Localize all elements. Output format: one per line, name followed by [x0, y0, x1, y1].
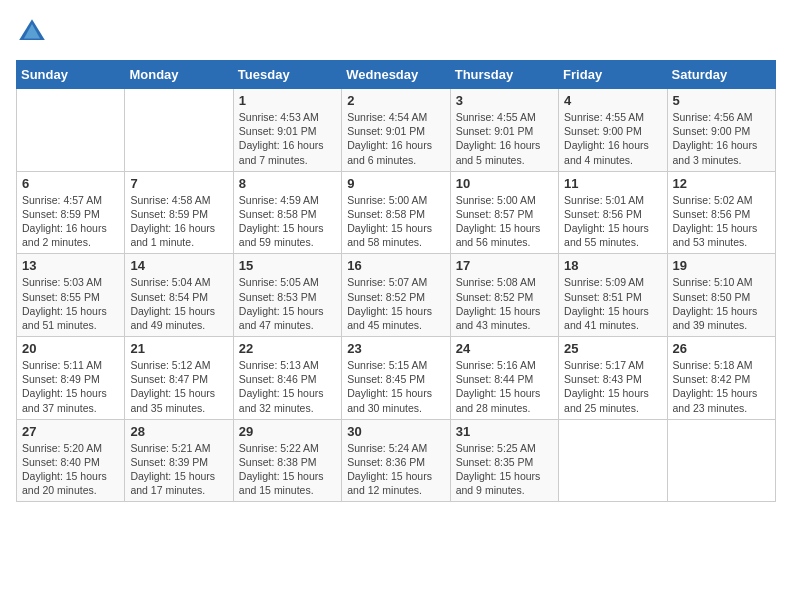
day-number: 11: [564, 176, 661, 191]
day-info: Sunrise: 4:58 AMSunset: 8:59 PMDaylight:…: [130, 193, 227, 250]
day-number: 20: [22, 341, 119, 356]
calendar-table: SundayMondayTuesdayWednesdayThursdayFrid…: [16, 60, 776, 502]
day-number: 21: [130, 341, 227, 356]
calendar-cell: 27Sunrise: 5:20 AMSunset: 8:40 PMDayligh…: [17, 419, 125, 502]
day-info: Sunrise: 5:05 AMSunset: 8:53 PMDaylight:…: [239, 275, 336, 332]
calendar-week-2: 6Sunrise: 4:57 AMSunset: 8:59 PMDaylight…: [17, 171, 776, 254]
calendar-week-3: 13Sunrise: 5:03 AMSunset: 8:55 PMDayligh…: [17, 254, 776, 337]
day-info: Sunrise: 5:25 AMSunset: 8:35 PMDaylight:…: [456, 441, 553, 498]
calendar-header-row: SundayMondayTuesdayWednesdayThursdayFrid…: [17, 61, 776, 89]
day-number: 5: [673, 93, 770, 108]
calendar-cell: 1Sunrise: 4:53 AMSunset: 9:01 PMDaylight…: [233, 89, 341, 172]
day-info: Sunrise: 5:16 AMSunset: 8:44 PMDaylight:…: [456, 358, 553, 415]
calendar-cell: [17, 89, 125, 172]
day-header-sunday: Sunday: [17, 61, 125, 89]
calendar-cell: [667, 419, 775, 502]
day-number: 23: [347, 341, 444, 356]
day-number: 24: [456, 341, 553, 356]
day-number: 13: [22, 258, 119, 273]
calendar-cell: 31Sunrise: 5:25 AMSunset: 8:35 PMDayligh…: [450, 419, 558, 502]
day-info: Sunrise: 5:03 AMSunset: 8:55 PMDaylight:…: [22, 275, 119, 332]
calendar-cell: 12Sunrise: 5:02 AMSunset: 8:56 PMDayligh…: [667, 171, 775, 254]
calendar-cell: 9Sunrise: 5:00 AMSunset: 8:58 PMDaylight…: [342, 171, 450, 254]
calendar-cell: 3Sunrise: 4:55 AMSunset: 9:01 PMDaylight…: [450, 89, 558, 172]
day-info: Sunrise: 4:53 AMSunset: 9:01 PMDaylight:…: [239, 110, 336, 167]
calendar-cell: 17Sunrise: 5:08 AMSunset: 8:52 PMDayligh…: [450, 254, 558, 337]
day-info: Sunrise: 5:15 AMSunset: 8:45 PMDaylight:…: [347, 358, 444, 415]
day-info: Sunrise: 5:21 AMSunset: 8:39 PMDaylight:…: [130, 441, 227, 498]
day-number: 22: [239, 341, 336, 356]
calendar-cell: 5Sunrise: 4:56 AMSunset: 9:00 PMDaylight…: [667, 89, 775, 172]
day-header-monday: Monday: [125, 61, 233, 89]
day-info: Sunrise: 5:11 AMSunset: 8:49 PMDaylight:…: [22, 358, 119, 415]
day-number: 1: [239, 93, 336, 108]
day-info: Sunrise: 5:07 AMSunset: 8:52 PMDaylight:…: [347, 275, 444, 332]
day-info: Sunrise: 4:56 AMSunset: 9:00 PMDaylight:…: [673, 110, 770, 167]
calendar-week-1: 1Sunrise: 4:53 AMSunset: 9:01 PMDaylight…: [17, 89, 776, 172]
day-info: Sunrise: 4:59 AMSunset: 8:58 PMDaylight:…: [239, 193, 336, 250]
day-info: Sunrise: 4:55 AMSunset: 9:00 PMDaylight:…: [564, 110, 661, 167]
calendar-cell: 18Sunrise: 5:09 AMSunset: 8:51 PMDayligh…: [559, 254, 667, 337]
day-info: Sunrise: 4:55 AMSunset: 9:01 PMDaylight:…: [456, 110, 553, 167]
calendar-cell: 8Sunrise: 4:59 AMSunset: 8:58 PMDaylight…: [233, 171, 341, 254]
calendar-cell: 26Sunrise: 5:18 AMSunset: 8:42 PMDayligh…: [667, 337, 775, 420]
day-number: 4: [564, 93, 661, 108]
day-info: Sunrise: 5:08 AMSunset: 8:52 PMDaylight:…: [456, 275, 553, 332]
calendar-cell: 23Sunrise: 5:15 AMSunset: 8:45 PMDayligh…: [342, 337, 450, 420]
calendar-cell: 2Sunrise: 4:54 AMSunset: 9:01 PMDaylight…: [342, 89, 450, 172]
day-number: 17: [456, 258, 553, 273]
day-number: 10: [456, 176, 553, 191]
day-number: 7: [130, 176, 227, 191]
day-number: 9: [347, 176, 444, 191]
day-number: 8: [239, 176, 336, 191]
day-number: 25: [564, 341, 661, 356]
day-number: 12: [673, 176, 770, 191]
day-number: 14: [130, 258, 227, 273]
day-number: 19: [673, 258, 770, 273]
day-info: Sunrise: 5:22 AMSunset: 8:38 PMDaylight:…: [239, 441, 336, 498]
day-number: 15: [239, 258, 336, 273]
calendar-cell: 15Sunrise: 5:05 AMSunset: 8:53 PMDayligh…: [233, 254, 341, 337]
day-info: Sunrise: 5:02 AMSunset: 8:56 PMDaylight:…: [673, 193, 770, 250]
day-number: 6: [22, 176, 119, 191]
calendar-cell: 11Sunrise: 5:01 AMSunset: 8:56 PMDayligh…: [559, 171, 667, 254]
calendar-cell: [125, 89, 233, 172]
day-info: Sunrise: 5:04 AMSunset: 8:54 PMDaylight:…: [130, 275, 227, 332]
day-header-tuesday: Tuesday: [233, 61, 341, 89]
day-info: Sunrise: 5:18 AMSunset: 8:42 PMDaylight:…: [673, 358, 770, 415]
day-info: Sunrise: 4:57 AMSunset: 8:59 PMDaylight:…: [22, 193, 119, 250]
day-info: Sunrise: 5:09 AMSunset: 8:51 PMDaylight:…: [564, 275, 661, 332]
day-number: 16: [347, 258, 444, 273]
day-number: 3: [456, 93, 553, 108]
day-info: Sunrise: 5:17 AMSunset: 8:43 PMDaylight:…: [564, 358, 661, 415]
day-info: Sunrise: 5:00 AMSunset: 8:57 PMDaylight:…: [456, 193, 553, 250]
calendar-cell: 7Sunrise: 4:58 AMSunset: 8:59 PMDaylight…: [125, 171, 233, 254]
day-info: Sunrise: 5:20 AMSunset: 8:40 PMDaylight:…: [22, 441, 119, 498]
calendar-cell: 30Sunrise: 5:24 AMSunset: 8:36 PMDayligh…: [342, 419, 450, 502]
day-header-friday: Friday: [559, 61, 667, 89]
day-header-wednesday: Wednesday: [342, 61, 450, 89]
day-info: Sunrise: 5:13 AMSunset: 8:46 PMDaylight:…: [239, 358, 336, 415]
day-number: 30: [347, 424, 444, 439]
calendar-cell: 10Sunrise: 5:00 AMSunset: 8:57 PMDayligh…: [450, 171, 558, 254]
day-header-thursday: Thursday: [450, 61, 558, 89]
logo: [16, 16, 52, 48]
day-number: 2: [347, 93, 444, 108]
day-info: Sunrise: 5:01 AMSunset: 8:56 PMDaylight:…: [564, 193, 661, 250]
calendar-cell: 21Sunrise: 5:12 AMSunset: 8:47 PMDayligh…: [125, 337, 233, 420]
calendar-cell: 13Sunrise: 5:03 AMSunset: 8:55 PMDayligh…: [17, 254, 125, 337]
calendar-cell: 16Sunrise: 5:07 AMSunset: 8:52 PMDayligh…: [342, 254, 450, 337]
day-number: 27: [22, 424, 119, 439]
page-header: [16, 16, 776, 48]
day-info: Sunrise: 5:24 AMSunset: 8:36 PMDaylight:…: [347, 441, 444, 498]
logo-icon: [16, 16, 48, 48]
calendar-cell: 19Sunrise: 5:10 AMSunset: 8:50 PMDayligh…: [667, 254, 775, 337]
calendar-cell: 24Sunrise: 5:16 AMSunset: 8:44 PMDayligh…: [450, 337, 558, 420]
calendar-cell: 14Sunrise: 5:04 AMSunset: 8:54 PMDayligh…: [125, 254, 233, 337]
calendar-cell: 29Sunrise: 5:22 AMSunset: 8:38 PMDayligh…: [233, 419, 341, 502]
day-header-saturday: Saturday: [667, 61, 775, 89]
day-number: 18: [564, 258, 661, 273]
calendar-week-5: 27Sunrise: 5:20 AMSunset: 8:40 PMDayligh…: [17, 419, 776, 502]
day-info: Sunrise: 5:00 AMSunset: 8:58 PMDaylight:…: [347, 193, 444, 250]
calendar-cell: 28Sunrise: 5:21 AMSunset: 8:39 PMDayligh…: [125, 419, 233, 502]
